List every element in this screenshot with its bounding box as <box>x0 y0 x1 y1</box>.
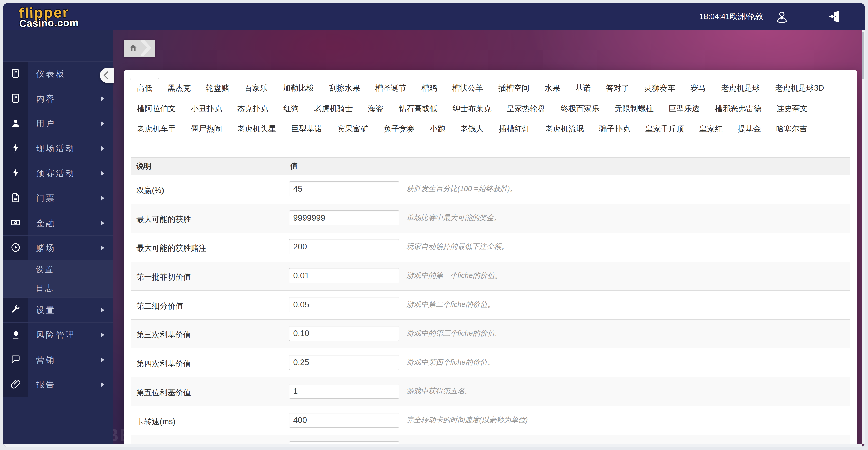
tab-百家乐[interactable]: 百家乐 <box>238 78 275 98</box>
tab-绅士布莱克[interactable]: 绅士布莱克 <box>446 98 498 119</box>
tab-小丑扑克[interactable]: 小丑扑克 <box>184 98 229 119</box>
setting-value-input[interactable] <box>289 210 399 226</box>
sidebar-item-赌场[interactable]: 赌场 <box>3 235 113 260</box>
tab-海盗[interactable]: 海盗 <box>361 98 390 119</box>
sidebar-item-现场活动[interactable]: 现场活动 <box>3 136 113 161</box>
setting-value-input[interactable] <box>289 413 399 428</box>
setting-row: 第四次利基价值游戏中第四个fiche的价值。 <box>131 349 850 378</box>
tab-槽鸡[interactable]: 槽鸡 <box>415 78 444 98</box>
tab-轮盘赌[interactable]: 轮盘赌 <box>199 78 236 98</box>
breadcrumb[interactable] <box>124 40 155 57</box>
tab-基诺[interactable]: 基诺 <box>568 78 597 98</box>
sidebar-item-金融[interactable]: 金融 <box>3 211 113 235</box>
vertical-scrollbar[interactable] <box>862 30 865 444</box>
sidebar-collapse-button[interactable] <box>100 68 114 83</box>
tab-杰克扑克[interactable]: 杰克扑克 <box>230 98 275 119</box>
chevron-right-icon <box>101 358 104 362</box>
tab-巨型乐透[interactable]: 巨型乐透 <box>662 98 707 119</box>
tab-老虎机流氓[interactable]: 老虎机流氓 <box>538 119 591 139</box>
tab-僵尸热闹[interactable]: 僵尸热闹 <box>184 119 229 139</box>
pen-icon <box>10 329 21 341</box>
sidebar-item-用户[interactable]: 用户 <box>3 111 113 136</box>
tab-老钱人[interactable]: 老钱人 <box>454 119 491 139</box>
setting-row: 最大可能的获胜单场比赛中最大可能的奖金。 <box>131 204 850 233</box>
sidebar-item-报告[interactable]: 报告 <box>3 372 113 397</box>
file-icon <box>10 192 21 204</box>
sidebar-item-预赛活动[interactable]: 预赛活动 <box>3 161 113 186</box>
tab-老虎机头星[interactable]: 老虎机头星 <box>230 119 283 139</box>
tab-红狗[interactable]: 红狗 <box>277 98 306 119</box>
clock-timezone-label: 18:04:41欧洲/伦敦 <box>700 11 763 22</box>
tab-小跑[interactable]: 小跑 <box>423 119 452 139</box>
sidebar-item-风险管理[interactable]: 风险管理 <box>3 322 113 347</box>
sidebar-subitem-日志[interactable]: 日志 <box>3 279 113 298</box>
brand-logo[interactable]: flipper Casino.com <box>19 5 79 28</box>
bolt-icon <box>10 168 21 179</box>
tab-老虎机车手[interactable]: 老虎机车手 <box>130 119 183 139</box>
setting-label: 最大可能的获胜 <box>131 204 285 233</box>
tab-提基金[interactable]: 提基金 <box>731 119 768 139</box>
tab-宾果富矿[interactable]: 宾果富矿 <box>331 119 375 139</box>
setting-value-input[interactable] <box>289 355 399 370</box>
setting-hint: 完全转动卡的时间速度(以毫秒为单位) <box>406 415 528 425</box>
setting-value-input[interactable] <box>289 326 399 341</box>
tab-老虎机骑士[interactable]: 老虎机骑士 <box>307 98 360 119</box>
tab-赛马[interactable]: 赛马 <box>684 78 713 98</box>
chevron-right-icon <box>101 246 104 250</box>
tab-黑杰克[interactable]: 黑杰克 <box>161 78 198 98</box>
tab-槽状公羊[interactable]: 槽状公羊 <box>445 78 490 98</box>
wrench-icon <box>10 304 21 316</box>
bolt-icon <box>10 143 21 154</box>
setting-hint: 玩家自动输掉的最低下注金额。 <box>406 242 508 252</box>
header-right: 18:04:41欧洲/伦敦 <box>700 9 841 24</box>
tab-插槽红灯[interactable]: 插槽红灯 <box>492 119 537 139</box>
setting-value-input[interactable] <box>289 268 399 283</box>
tab-刮擦水果[interactable]: 刮擦水果 <box>322 78 367 98</box>
setting-value-input[interactable] <box>289 297 399 312</box>
setting-label: 第四次利基价值 <box>131 349 285 378</box>
sidebar-item-仪表板[interactable]: 仪表板 <box>3 61 113 86</box>
scrollbar-thumb[interactable] <box>862 32 865 80</box>
sidebar-item-内容[interactable]: 内容 <box>3 86 113 111</box>
sidebar-subitem-设置[interactable]: 设置 <box>3 260 113 279</box>
tab-巨型基诺[interactable]: 巨型基诺 <box>284 119 329 139</box>
browser-window: flipper Casino.com 18:04:41欧洲/伦敦 <box>3 3 865 447</box>
tab-无限制螺柱[interactable]: 无限制螺柱 <box>608 98 660 119</box>
brand-logo-bottom: Casino.com <box>19 17 79 28</box>
tab-灵狮赛车[interactable]: 灵狮赛车 <box>638 78 682 98</box>
tab-哈塞尔吉[interactable]: 哈塞尔吉 <box>769 119 814 139</box>
setting-value-input[interactable] <box>289 239 399 254</box>
home-icon <box>129 43 137 53</box>
setting-value-input[interactable] <box>289 384 399 399</box>
chevron-right-icon <box>101 333 104 337</box>
tab-老虎机足球[interactable]: 老虎机足球 <box>714 78 767 98</box>
tab-骗子扑克[interactable]: 骗子扑克 <box>592 119 637 139</box>
setting-value-input[interactable] <box>289 181 399 197</box>
tab-老虎机足球3D[interactable]: 老虎机足球3D <box>768 78 831 98</box>
tab-加勒比梭[interactable]: 加勒比梭 <box>276 78 321 98</box>
tab-连史蒂文[interactable]: 连史蒂文 <box>770 98 814 119</box>
user-icon <box>10 118 21 129</box>
tab-终极百家乐[interactable]: 终极百家乐 <box>554 98 606 119</box>
tab-槽邪恶弗雷德[interactable]: 槽邪恶弗雷德 <box>708 98 768 119</box>
sidebar-item-门票[interactable]: 门票 <box>3 186 113 211</box>
tab-槽圣诞节[interactable]: 槽圣诞节 <box>368 78 413 98</box>
tab-皇家热轮盘[interactable]: 皇家热轮盘 <box>500 98 552 119</box>
sidebar-item-营销[interactable]: 营销 <box>3 347 113 372</box>
tab-皇家千斤顶[interactable]: 皇家千斤顶 <box>639 119 691 139</box>
tab-答对了[interactable]: 答对了 <box>599 78 636 98</box>
tab-皇家红[interactable]: 皇家红 <box>692 119 730 139</box>
tab-钻石高或低[interactable]: 钻石高或低 <box>392 98 444 119</box>
sidebar-item-设置[interactable]: 设置 <box>3 298 113 322</box>
setting-row: 第三次利基价值游戏中的第三个fiche的价值。 <box>131 320 850 349</box>
user-avatar-icon[interactable] <box>775 9 789 24</box>
setting-hint: 游戏中的第三个fiche的价值。 <box>406 328 502 338</box>
setting-row: 最大可能的获胜赌注玩家自动输掉的最低下注金额。 <box>131 233 850 262</box>
logout-icon[interactable] <box>827 9 841 24</box>
tab-高低[interactable]: 高低 <box>130 78 159 98</box>
tab-槽阿拉伯文[interactable]: 槽阿拉伯文 <box>130 98 183 119</box>
column-header-description: 说明 <box>131 157 285 175</box>
tab-插槽空间[interactable]: 插槽空间 <box>492 78 536 98</box>
tab-兔子竞赛[interactable]: 兔子竞赛 <box>377 119 422 139</box>
tab-水果[interactable]: 水果 <box>538 78 567 98</box>
